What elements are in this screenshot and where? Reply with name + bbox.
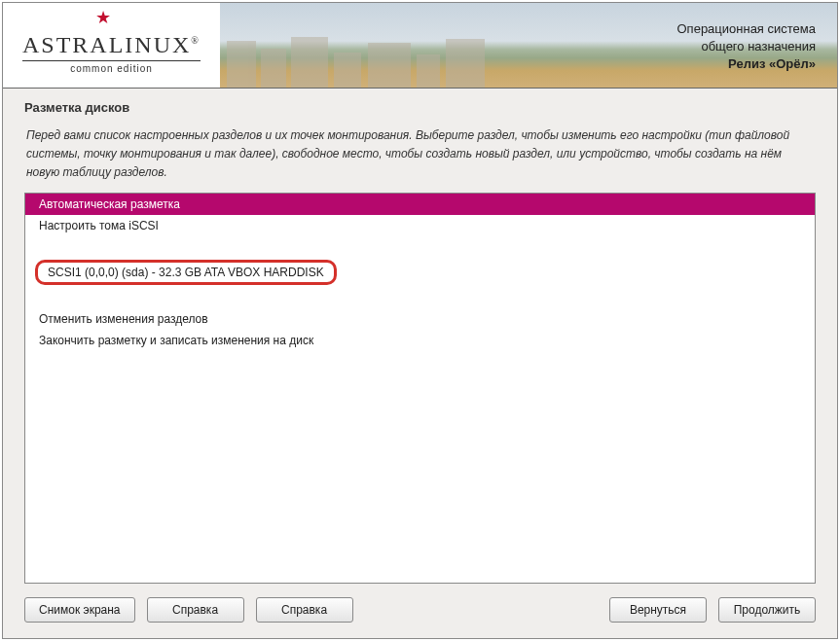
- menu-auto-partition[interactable]: Автоматическая разметка: [25, 194, 815, 215]
- list-spacer: [25, 236, 815, 258]
- cityscape-decoration: [227, 29, 565, 88]
- logo-main: ASTRALINUX®: [22, 32, 201, 61]
- help-button-1[interactable]: Справка: [147, 597, 244, 623]
- menu-undo-changes[interactable]: Отменить изменения разделов: [25, 308, 815, 330]
- screenshot-button[interactable]: Снимок экрана: [24, 597, 135, 623]
- os-line1: Операционная система: [677, 20, 817, 38]
- list-spacer: [25, 287, 815, 308]
- star-icon: ★: [95, 7, 111, 28]
- banner-text: Операционная система общего назначения Р…: [677, 3, 838, 88]
- help-button-2[interactable]: Справка: [256, 597, 353, 623]
- os-line2: общего назначения: [677, 38, 817, 55]
- page-title: Разметка дисков: [24, 100, 816, 115]
- back-button[interactable]: Вернуться: [609, 597, 707, 623]
- release-name: Релиз «Орёл»: [677, 55, 817, 73]
- installer-window: ★ ASTRALINUX® common edition Операционна…: [2, 2, 838, 639]
- title-area: Разметка дисков: [3, 89, 837, 119]
- continue-button[interactable]: Продолжить: [718, 597, 816, 623]
- button-bar: Снимок экрана Справка Справка Вернуться …: [3, 584, 837, 638]
- disk-entry[interactable]: SCSI1 (0,0,0) (sda) - 32.3 GB ATA VBOX H…: [35, 260, 337, 285]
- logo-sub: common edition: [70, 63, 153, 74]
- disk-row[interactable]: SCSI1 (0,0,0) (sda) - 32.3 GB ATA VBOX H…: [25, 258, 815, 287]
- spacer: [365, 597, 598, 623]
- partition-list[interactable]: Автоматическая разметка Настроить тома i…: [24, 193, 816, 584]
- menu-iscsi[interactable]: Настроить тома iSCSI: [25, 215, 815, 236]
- banner: ★ ASTRALINUX® common edition Операционна…: [3, 3, 837, 89]
- page-description: Перед вами список настроенных разделов и…: [3, 119, 837, 193]
- logo-block: ★ ASTRALINUX® common edition: [3, 3, 220, 88]
- menu-finish-write[interactable]: Закончить разметку и записать изменения …: [25, 330, 815, 351]
